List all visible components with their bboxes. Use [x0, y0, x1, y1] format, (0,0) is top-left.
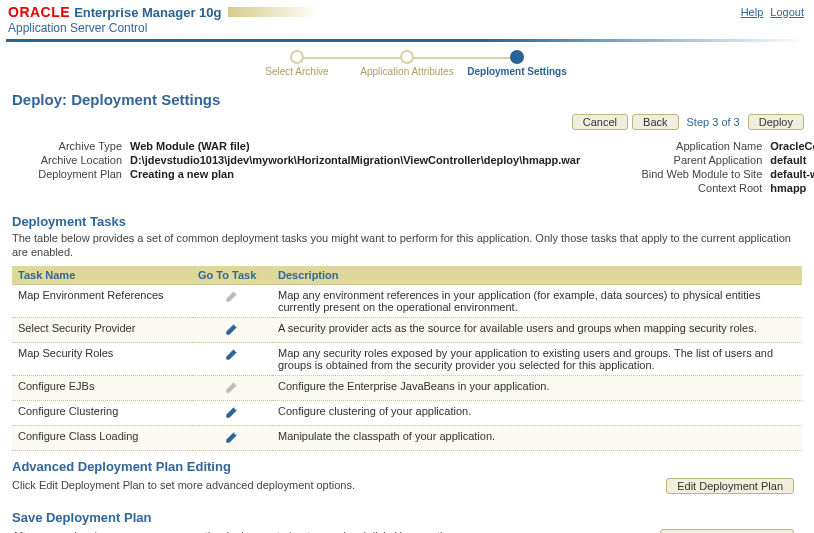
advanced-desc: Click Edit Deployment Plan to set more a… — [12, 478, 355, 492]
task-name-cell: Configure Class Loading — [12, 425, 192, 450]
step-indicator-top: Step 3 of 3 — [683, 116, 744, 128]
col-task-name: Task Name — [12, 266, 192, 285]
table-row: Configure ClusteringConfigure clustering… — [12, 400, 802, 425]
page-header: ORACLE Enterprise Manager 10g Applicatio… — [0, 0, 814, 37]
label-archive-type: Archive Type — [20, 140, 130, 152]
task-desc-cell: Map any security roles exposed by your a… — [272, 342, 802, 375]
task-name-cell: Map Security Roles — [12, 342, 192, 375]
header-divider — [6, 39, 808, 42]
back-button-top[interactable]: Back — [632, 114, 678, 130]
tasks-title: Deployment Tasks — [12, 214, 802, 229]
pencil-icon[interactable] — [225, 430, 239, 446]
edit-deployment-plan-button[interactable]: Edit Deployment Plan — [666, 478, 794, 494]
wizard-dot-2 — [400, 50, 414, 64]
summary-grid: Archive TypeWeb Module (WAR file) Archiv… — [0, 136, 814, 206]
wizard-label-3: Deployment Settings — [467, 66, 566, 77]
wizard-dot-1 — [290, 50, 304, 64]
tasks-desc: The table below provides a set of common… — [12, 231, 802, 260]
advanced-title: Advanced Deployment Plan Editing — [12, 459, 802, 474]
task-desc-cell: A security provider acts as the source f… — [272, 317, 802, 342]
value-context-root: hmapp — [770, 182, 806, 194]
task-desc-cell: Configure clustering of your application… — [272, 400, 802, 425]
task-name-cell: Configure EJBs — [12, 375, 192, 400]
pencil-icon — [225, 289, 239, 305]
table-row: Configure EJBsConfigure the Enterprise J… — [12, 375, 802, 400]
task-desc-cell: Configure the Enterprise JavaBeans in yo… — [272, 375, 802, 400]
wizard-dot-3 — [510, 50, 524, 64]
value-bind-site: default-web-site — [770, 168, 814, 180]
task-desc-cell: Map any environment references in your a… — [272, 284, 802, 317]
label-deployment-plan: Deployment Plan — [20, 168, 130, 180]
help-link[interactable]: Help — [741, 6, 764, 18]
col-go-to-task: Go To Task — [192, 266, 272, 285]
pencil-icon — [225, 380, 239, 396]
wizard-label-2: Application Attributes — [360, 66, 453, 77]
label-app-name: Application Name — [620, 140, 770, 152]
app-server-control: Application Server Control — [8, 21, 806, 35]
go-to-task-cell — [192, 375, 272, 400]
value-parent-app: default — [770, 154, 806, 166]
label-context-root: Context Root — [620, 182, 770, 194]
top-button-row: Cancel Back Step 3 of 3 Deploy — [0, 114, 814, 136]
value-deployment-plan: Creating a new plan — [130, 168, 234, 180]
tasks-table: Task Name Go To Task Description Map Env… — [12, 266, 802, 451]
brand-gradient — [228, 7, 318, 17]
label-parent-app: Parent Application — [620, 154, 770, 166]
go-to-task-cell — [192, 317, 272, 342]
save-desc: After you make changes, you can save the… — [12, 529, 472, 533]
task-desc-cell: Manipulate the classpath of your applica… — [272, 425, 802, 450]
value-app-name: OracleConfigurationmanager — [770, 140, 814, 152]
go-to-task-cell — [192, 400, 272, 425]
col-description: Description — [272, 266, 802, 285]
table-row: Configure Class LoadingManipulate the cl… — [12, 425, 802, 450]
table-row: Map Security RolesMap any security roles… — [12, 342, 802, 375]
value-archive-type: Web Module (WAR file) — [130, 140, 250, 152]
table-row: Select Security ProviderA security provi… — [12, 317, 802, 342]
go-to-task-cell — [192, 342, 272, 375]
brand-em: Enterprise Manager 10g — [74, 5, 221, 20]
task-name-cell: Select Security Provider — [12, 317, 192, 342]
task-name-cell: Configure Clustering — [12, 400, 192, 425]
cancel-button-top[interactable]: Cancel — [572, 114, 628, 130]
wizard-train: Select Archive Application Attributes De… — [0, 50, 814, 77]
pencil-icon[interactable] — [225, 347, 239, 363]
page-title: Deploy: Deployment Settings — [12, 91, 814, 108]
go-to-task-cell — [192, 425, 272, 450]
brand-oracle: ORACLE — [8, 4, 70, 20]
save-title: Save Deployment Plan — [12, 510, 802, 525]
pencil-icon[interactable] — [225, 405, 239, 421]
label-bind-site: Bind Web Module to Site — [620, 168, 770, 180]
wizard-label-1: Select Archive — [265, 66, 328, 77]
task-name-cell: Map Environment References — [12, 284, 192, 317]
pencil-icon[interactable] — [225, 322, 239, 338]
deploy-button-top[interactable]: Deploy — [748, 114, 804, 130]
value-archive-location: D:\jdevstudio1013\jdev\mywork\Horizontal… — [130, 154, 580, 166]
table-row: Map Environment ReferencesMap any enviro… — [12, 284, 802, 317]
save-deployment-plan-button[interactable]: Save Deployment Plan — [660, 529, 794, 533]
go-to-task-cell — [192, 284, 272, 317]
top-links: Help Logout — [737, 6, 804, 18]
label-archive-location: Archive Location — [20, 154, 130, 166]
logout-link[interactable]: Logout — [770, 6, 804, 18]
